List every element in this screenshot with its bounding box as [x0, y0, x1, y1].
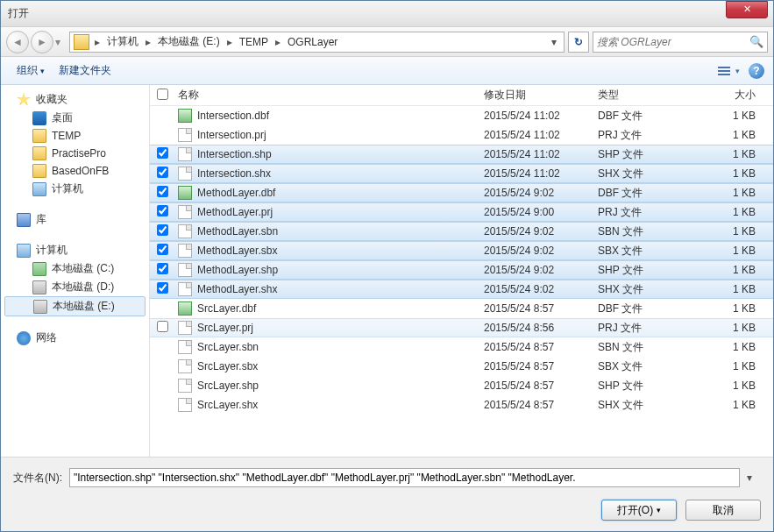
refresh-button[interactable]: ↻: [568, 32, 589, 53]
file-row[interactable]: Intersection.dbf2015/5/24 11:02DBF 文件1 K…: [150, 106, 773, 125]
chevron-down-icon: ▾: [735, 67, 740, 75]
chevron-right-icon[interactable]: ▸: [272, 36, 284, 48]
breadcrumb-dropdown[interactable]: ▾: [546, 36, 562, 48]
file-icon: [178, 109, 192, 123]
file-row[interactable]: MethodLayer.sbx2015/5/24 9:02SBX 文件1 KB: [150, 241, 773, 260]
file-row[interactable]: SrcLayer.shp2015/5/24 8:57SHP 文件1 KB: [150, 376, 773, 395]
sidebar-network[interactable]: 网络: [1, 329, 149, 347]
nav-history-dropdown[interactable]: ▾: [55, 36, 66, 48]
file-row[interactable]: Intersection.shp2015/5/24 11:02SHP 文件1 K…: [150, 145, 773, 164]
organize-menu[interactable]: 组织: [10, 60, 52, 82]
column-name[interactable]: 名称: [174, 88, 484, 103]
chevron-right-icon[interactable]: ▸: [224, 36, 236, 48]
file-type: SHP 文件: [598, 147, 694, 162]
select-all-checkbox[interactable]: [157, 89, 168, 100]
column-size[interactable]: 大小: [694, 88, 773, 103]
sidebar-item-drive-d[interactable]: 本地磁盘 (D:): [1, 278, 149, 296]
forward-button[interactable]: ►: [31, 31, 53, 53]
sidebar-item-practisepro[interactable]: PractisePro: [1, 145, 149, 162]
chevron-right-icon[interactable]: ▸: [142, 36, 154, 48]
file-row[interactable]: MethodLayer.shp2015/5/24 9:02SHP 文件1 KB: [150, 260, 773, 280]
file-checkbox[interactable]: [157, 205, 168, 216]
desktop-icon: [32, 111, 46, 125]
filename-dropdown[interactable]: ▾: [747, 472, 761, 484]
file-icon: [178, 359, 192, 373]
sidebar-item-drive-e[interactable]: 本地磁盘 (E:): [4, 296, 146, 316]
sidebar-item-computer-fav[interactable]: 计算机: [1, 180, 149, 198]
file-checkbox[interactable]: [157, 282, 168, 294]
file-icon: [178, 167, 192, 181]
file-row[interactable]: SrcLayer.shx2015/5/24 8:57SHX 文件1 KB: [150, 395, 773, 415]
sidebar-item-desktop[interactable]: 桌面: [1, 109, 149, 127]
file-name: MethodLayer.shp: [197, 264, 278, 276]
sidebar-library[interactable]: 库: [1, 210, 149, 229]
file-checkbox[interactable]: [157, 186, 168, 197]
sidebar-item-label: PractisePro: [52, 147, 106, 160]
folder-icon: [32, 146, 46, 160]
file-row[interactable]: MethodLayer.sbn2015/5/24 9:02SBN 文件1 KB: [150, 222, 773, 241]
breadcrumb-seg[interactable]: 本地磁盘 (E:): [154, 34, 224, 49]
file-row[interactable]: MethodLayer.prj2015/5/24 9:00PRJ 文件1 KB: [150, 202, 773, 222]
file-row[interactable]: SrcLayer.sbx2015/5/24 8:57SBX 文件1 KB: [150, 357, 773, 376]
file-checkbox[interactable]: [157, 263, 168, 274]
file-checkbox[interactable]: [157, 167, 168, 178]
sidebar-favorites[interactable]: 收藏夹: [1, 90, 149, 109]
file-date: 2015/5/24 11:02: [484, 148, 598, 160]
drive-icon: [33, 300, 47, 314]
file-row[interactable]: MethodLayer.shx2015/5/24 9:02SHX 文件1 KB: [150, 280, 773, 299]
file-icon: [178, 263, 192, 277]
search-input[interactable]: [597, 36, 749, 48]
sidebar-item-basedonfb[interactable]: BasedOnFB: [1, 162, 149, 180]
filename-input[interactable]: [69, 468, 740, 487]
file-row[interactable]: SrcLayer.dbf2015/5/24 8:57DBF 文件1 KB: [150, 299, 773, 318]
close-button[interactable]: ✕: [726, 1, 768, 18]
file-icon: [178, 128, 192, 142]
breadcrumb-seg[interactable]: OGRLayer: [284, 36, 341, 48]
search-box[interactable]: 🔍: [593, 32, 768, 53]
open-dialog: 打开 ✕ ◄ ► ▾ ▸ 计算机 ▸ 本地磁盘 (E:) ▸ TEMP ▸ OG…: [0, 0, 774, 532]
column-type[interactable]: 类型: [598, 88, 694, 103]
chevron-right-icon[interactable]: ▸: [91, 36, 103, 48]
file-size: 1 KB: [694, 264, 773, 276]
sidebar-computer[interactable]: 计算机: [1, 241, 149, 259]
sidebar: 收藏夹 桌面 TEMP PractisePro BasedOnFB 计算机 库 …: [1, 85, 150, 457]
file-date: 2015/5/24 8:57: [484, 379, 598, 392]
sidebar-item-temp[interactable]: TEMP: [1, 127, 149, 145]
file-icon: [178, 321, 192, 335]
help-button[interactable]: ?: [749, 63, 764, 79]
file-checkbox[interactable]: [157, 321, 168, 332]
breadcrumb-seg[interactable]: 计算机: [103, 34, 142, 49]
file-date: 2015/5/24 9:00: [484, 206, 598, 218]
breadcrumb[interactable]: ▸ 计算机 ▸ 本地磁盘 (E:) ▸ TEMP ▸ OGRLayer ▾: [69, 32, 565, 53]
file-size: 1 KB: [694, 187, 773, 199]
file-name: Intersection.shp: [197, 148, 272, 160]
file-row[interactable]: Intersection.prj2015/5/24 11:02PRJ 文件1 K…: [150, 125, 773, 145]
file-checkbox[interactable]: [157, 244, 168, 255]
column-date[interactable]: 修改日期: [484, 88, 598, 103]
view-options-button[interactable]: ▾: [718, 67, 740, 75]
search-icon[interactable]: 🔍: [749, 35, 763, 48]
file-icon: [178, 205, 192, 219]
file-row[interactable]: Intersection.shx2015/5/24 11:02SHX 文件1 K…: [150, 164, 773, 183]
toolbar: 组织 新建文件夹 ▾ ?: [1, 57, 773, 85]
computer-icon: [17, 244, 31, 258]
cancel-button[interactable]: 取消: [685, 500, 761, 521]
new-folder-button[interactable]: 新建文件夹: [52, 60, 118, 82]
sidebar-item-drive-c[interactable]: 本地磁盘 (C:): [1, 259, 149, 278]
file-type: SBX 文件: [598, 359, 694, 374]
file-row[interactable]: SrcLayer.sbn2015/5/24 8:57SBN 文件1 KB: [150, 337, 773, 357]
file-checkbox[interactable]: [157, 147, 168, 159]
file-size: 1 KB: [694, 129, 773, 141]
file-row[interactable]: SrcLayer.prj2015/5/24 8:56PRJ 文件1 KB: [150, 318, 773, 337]
breadcrumb-seg[interactable]: TEMP: [236, 36, 272, 48]
back-button[interactable]: ◄: [6, 31, 29, 53]
open-button[interactable]: 打开(O)▾: [601, 500, 677, 521]
file-checkbox[interactable]: [157, 224, 168, 236]
file-name: Intersection.dbf: [197, 110, 269, 122]
file-row[interactable]: MethodLayer.dbf2015/5/24 9:02DBF 文件1 KB: [150, 183, 773, 202]
file-name: MethodLayer.dbf: [197, 187, 275, 199]
file-date: 2015/5/24 9:02: [484, 264, 598, 276]
file-pane: 名称 修改日期 类型 大小 Intersection.dbf2015/5/24 …: [150, 85, 773, 457]
file-date: 2015/5/24 11:02: [484, 167, 598, 180]
file-type: PRJ 文件: [598, 128, 694, 143]
